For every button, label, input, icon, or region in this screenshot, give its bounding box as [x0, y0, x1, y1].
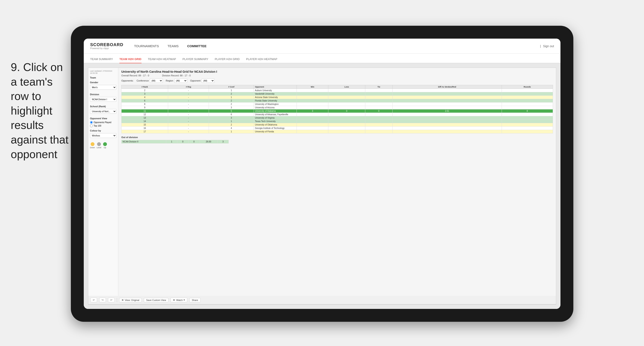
- out-of-division-header: Out of division: [121, 136, 553, 139]
- legend-level: Level: [97, 142, 101, 149]
- tablet-screen: SCOREBOARD Powered by clippi TOURNAMENTS…: [84, 39, 560, 309]
- cell-reg: -: [168, 92, 209, 96]
- cell-rank: 12: [122, 113, 168, 116]
- cell-loss: [328, 106, 365, 109]
- table-row[interactable]: 3 - 2 Vanderbilt University: [122, 92, 553, 96]
- tab-team-h2h-grid[interactable]: TEAM H2H GRID: [120, 57, 142, 63]
- table-row[interactable]: 4 - 1 Arizona State University: [122, 96, 553, 99]
- legend-down-dot: [90, 142, 94, 146]
- cell-loss: [328, 96, 365, 99]
- save-custom-btn[interactable]: Save Custom View: [144, 298, 168, 302]
- cell-rounds: 8: [502, 109, 553, 113]
- cell-tie: [365, 127, 392, 130]
- region-filter: Region (All): [166, 78, 187, 83]
- out-div-tie: 0: [188, 140, 200, 143]
- sign-out-link[interactable]: Sign out: [543, 44, 554, 48]
- radio-top-100[interactable]: Top 100: [90, 124, 116, 127]
- overall-record: Overall Record: 89 - 17 - 0: [121, 74, 149, 77]
- nav-tournaments[interactable]: TOURNAMENTS: [134, 44, 159, 48]
- out-div-row[interactable]: NCAA Division II 1 0 0 26.00 3: [122, 140, 229, 143]
- cell-win: [297, 116, 328, 120]
- view-btn[interactable]: 👁 View: Original: [119, 298, 142, 302]
- conference-select[interactable]: (All): [150, 78, 163, 83]
- tab-player-h2h-heatmap[interactable]: PLAYER H2H HEATMAP: [246, 57, 277, 63]
- cell-rounds: [502, 120, 553, 123]
- cell-reg: -: [168, 130, 209, 133]
- cell-win: [297, 106, 328, 109]
- table-row[interactable]: 15 - 2 University of Oklahoma: [122, 123, 553, 127]
- filter-row: Opponents: Conference (All) Region (: [121, 78, 553, 83]
- cell-tie: [365, 92, 392, 96]
- cell-rank: 11: [122, 109, 168, 113]
- back-btn[interactable]: ↩: [108, 298, 115, 302]
- logo-sub: Powered by clippi: [90, 47, 123, 49]
- cell-conf: 2: [209, 92, 254, 96]
- table-row[interactable]: 9 - 3 University of Arizona: [122, 106, 553, 109]
- col-diff: Diff Av Strokes/Rnd: [392, 85, 502, 89]
- instruction-text: 9. Click on a team's row to highlight re…: [11, 60, 71, 162]
- cell-win: [297, 102, 328, 106]
- region-select[interactable]: (All): [174, 78, 187, 83]
- opponents-label: Opponents:: [121, 79, 134, 82]
- cell-diff: [392, 96, 502, 99]
- legend-down: Down: [90, 142, 95, 149]
- school-dropdown[interactable]: University of Nort...: [90, 109, 116, 114]
- table-row[interactable]: 11 - 5 University of Alabama 3 0 0 2.61 …: [122, 109, 553, 113]
- radio-opponents-played[interactable]: Opponents Played: [90, 121, 116, 124]
- cell-opponent: Florida State University: [254, 99, 297, 102]
- tab-player-h2h-grid[interactable]: PLAYER H2H GRID: [215, 57, 240, 63]
- legend-up-dot: [103, 142, 107, 146]
- redo-btn[interactable]: ↪: [99, 298, 106, 302]
- legend-up: Up: [103, 142, 107, 149]
- division-dropdown[interactable]: NCAA Division I: [90, 97, 116, 102]
- cell-rounds: [502, 102, 553, 106]
- tab-team-summary[interactable]: TEAM SUMMARY: [90, 57, 113, 63]
- cell-reg: -: [168, 116, 209, 120]
- undo-btn[interactable]: ↩: [90, 298, 97, 302]
- cell-loss: [328, 120, 365, 123]
- cell-win: [297, 99, 328, 102]
- h2h-table: # Rank # Reg # Conf Opponent Win Loss Ti…: [121, 85, 553, 133]
- cell-rounds: [502, 106, 553, 109]
- cell-opponent: Texas Tech University: [254, 120, 297, 123]
- cell-loss: [328, 99, 365, 102]
- cell-diff: [392, 92, 502, 96]
- table-row[interactable]: 12 - 6 University of Arkansas, Fayettevi…: [122, 113, 553, 116]
- cell-rank: 16: [122, 127, 168, 130]
- table-row[interactable]: 2 - 1 Auburn University: [122, 89, 553, 92]
- cell-tie: [365, 113, 392, 116]
- cell-opponent: Auburn University: [254, 89, 297, 92]
- col-rank: # Rank: [122, 85, 168, 89]
- cell-tie: [365, 99, 392, 102]
- sep1: [117, 298, 117, 302]
- cell-win: [297, 96, 328, 99]
- opponent-select[interactable]: (All): [202, 78, 214, 83]
- cell-conf: 1: [209, 130, 254, 133]
- cell-reg: -: [168, 106, 209, 109]
- table-row[interactable]: 17 - 1 University of Florida: [122, 130, 553, 133]
- col-loss: Loss: [328, 85, 365, 89]
- cell-conf: 2: [209, 99, 254, 102]
- legend-level-dot: [97, 142, 101, 146]
- cell-opponent: Georgia Institute of Technology: [254, 127, 297, 130]
- nav-committee[interactable]: COMMITTEE: [187, 44, 206, 48]
- cell-rounds: [502, 127, 553, 130]
- share-btn[interactable]: Share: [190, 298, 200, 302]
- color-by-dropdown[interactable]: Win/loss: [90, 133, 116, 138]
- out-div-division: NCAA Division II: [122, 140, 166, 143]
- gender-dropdown[interactable]: Men's: [90, 85, 116, 90]
- table-row[interactable]: 8 - 2 University of Washington: [122, 102, 553, 106]
- division-record: Division Record: 88 - 17 - 0: [162, 74, 191, 77]
- watch-btn[interactable]: 👁 Watch ▾: [170, 298, 187, 302]
- nav-teams[interactable]: TEAMS: [168, 44, 179, 48]
- tab-team-h2h-heatmap[interactable]: TEAM H2H HEATMAP: [148, 57, 176, 63]
- table-header-row: # Rank # Reg # Conf Opponent Win Loss Ti…: [122, 85, 553, 89]
- last-updated: Last Updated: 27/03/2024 16:55:38: [90, 70, 116, 74]
- cell-conf: 6: [209, 113, 254, 116]
- table-row[interactable]: 6 - 2 Florida State University: [122, 99, 553, 102]
- tab-player-summary[interactable]: PLAYER SUMMARY: [182, 57, 208, 63]
- table-row[interactable]: 16 - 4 Georgia Institute of Technology: [122, 127, 553, 130]
- table-row[interactable]: 14 - 1 Texas Tech University: [122, 120, 553, 123]
- table-row[interactable]: 13 - 3 University of Virginia: [122, 116, 553, 120]
- cell-diff: [392, 127, 502, 130]
